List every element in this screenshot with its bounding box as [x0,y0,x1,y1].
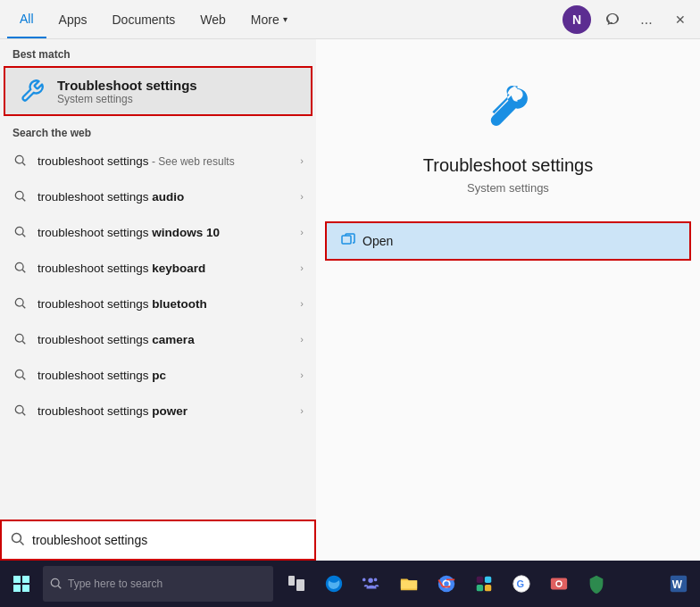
list-item[interactable]: troubleshoot settings windows 10 › [0,214,316,250]
tab-all[interactable]: All [7,0,46,38]
chevron-right-icon: › [300,262,304,273]
best-match-item[interactable]: Troubleshoot settings System settings [4,66,312,116]
svg-line-9 [22,305,25,308]
svg-point-16 [493,116,499,122]
search-item-text: troubleshoot settings pc [38,369,291,382]
chevron-right-icon: › [300,405,304,416]
task-view-icon[interactable] [279,566,314,602]
word-icon[interactable]: W [661,566,696,602]
chevron-down-icon: ▾ [283,14,288,24]
web-search-label: Search the web [0,118,316,143]
svg-text:W: W [672,578,683,591]
tab-apps[interactable]: Apps [46,0,100,38]
svg-line-19 [21,541,24,545]
edge-icon[interactable] [316,566,352,602]
chevron-right-icon: › [300,227,304,237]
chevron-right-icon: › [300,370,304,380]
svg-rect-23 [22,585,29,592]
more-options-icon[interactable]: ... [634,7,659,32]
wrench-icon [18,77,46,105]
feedback-icon[interactable] [600,7,625,32]
taskbar-search-text: Type here to search [68,578,162,590]
search-item-text: troubleshoot settings power [38,404,291,418]
list-item[interactable]: troubleshoot settings bluetooth › [0,286,316,321]
svg-rect-21 [22,576,29,583]
search-bar [0,520,316,561]
search-item-text: troubleshoot settings audio [38,190,291,204]
svg-line-15 [22,412,25,415]
svg-line-3 [22,198,25,201]
list-item[interactable]: troubleshoot settings power › [0,393,316,428]
svg-point-6 [15,262,23,270]
svg-point-14 [15,405,23,413]
chevron-right-icon: › [300,334,304,345]
chrome-icon[interactable] [429,566,464,602]
taskbar-search[interactable]: Type here to search [43,566,273,602]
svg-line-1 [22,162,25,165]
svg-rect-27 [296,579,304,591]
svg-point-12 [15,370,23,378]
right-title: Troubleshoot settings [423,155,593,176]
svg-line-13 [22,377,25,379]
search-icon [12,188,29,204]
svg-rect-34 [485,585,491,591]
svg-point-0 [15,155,23,163]
tab-web[interactable]: Web [188,0,238,38]
close-icon[interactable]: ✕ [668,7,693,32]
chevron-right-icon: › [300,298,304,309]
svg-point-24 [51,578,59,586]
svg-rect-26 [288,576,295,586]
svg-point-2 [15,191,23,199]
tab-documents[interactable]: Documents [99,0,188,38]
list-item[interactable]: troubleshoot settings keyboard › [0,250,316,286]
svg-point-10 [15,334,23,342]
svg-point-39 [557,582,562,586]
search-icon [12,403,29,419]
search-item-text: troubleshoot settings camera [38,333,291,346]
chevron-right-icon: › [300,191,304,202]
google-icon[interactable]: G [504,566,539,602]
search-icon [12,260,29,276]
best-match-label: Best match [0,39,316,64]
wrench-large-icon [477,75,539,137]
start-button[interactable] [4,566,39,602]
search-item-text: troubleshoot settings - See web results [38,154,291,168]
svg-text:G: G [517,578,525,589]
svg-rect-22 [13,585,21,592]
taskbar: Type here to search G [0,561,700,607]
chevron-right-icon: › [300,155,304,166]
search-item-text: troubleshoot settings keyboard [38,262,291,275]
search-input[interactable] [32,533,305,547]
svg-point-18 [12,533,21,542]
best-match-subtitle: System settings [57,93,197,105]
svg-rect-31 [477,577,483,583]
user-avatar[interactable]: N [562,5,591,34]
slack-icon[interactable] [466,566,502,602]
security-icon[interactable] [579,566,614,602]
file-explorer-icon[interactable] [391,566,427,602]
teams-icon[interactable] [354,566,389,602]
svg-rect-20 [13,576,21,583]
list-item[interactable]: troubleshoot settings camera › [0,321,316,357]
list-item[interactable]: troubleshoot settings pc › [0,357,316,393]
svg-rect-17 [342,236,351,244]
list-item[interactable]: troubleshoot settings audio › [0,179,316,214]
svg-line-11 [22,341,25,344]
open-button[interactable]: Open [325,221,691,261]
photo-icon[interactable] [541,566,577,602]
best-match-text: Troubleshoot settings System settings [57,78,197,105]
open-label: Open [362,234,393,248]
right-icon-area [477,75,539,137]
search-item-text: troubleshoot settings windows 10 [38,226,291,239]
search-icon [12,367,29,383]
search-icon [12,331,29,347]
svg-point-4 [15,227,23,235]
svg-point-8 [15,298,23,306]
list-item[interactable]: troubleshoot settings - See web results … [0,143,316,179]
best-match-title: Troubleshoot settings [57,78,197,93]
search-item-text: troubleshoot settings bluetooth [38,297,291,311]
tab-more[interactable]: More ▾ [238,0,300,38]
svg-rect-32 [485,577,491,583]
svg-line-25 [58,586,61,588]
open-icon [341,232,355,250]
